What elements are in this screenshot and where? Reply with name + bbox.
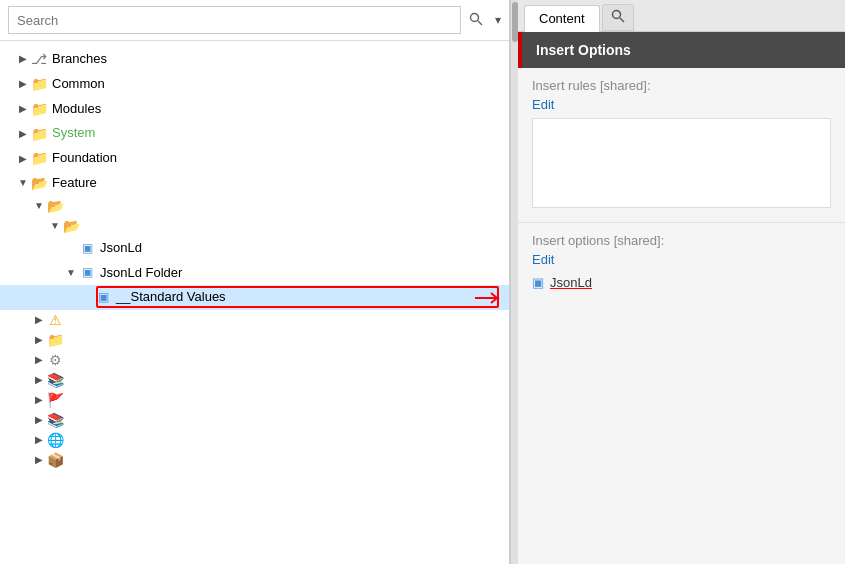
svg-line-3 xyxy=(620,18,624,22)
tree-item-feature[interactable]: ▼ 📂 Feature xyxy=(0,171,509,196)
tree-toggle-gear[interactable]: ▶ xyxy=(32,352,46,368)
tree-item-modules[interactable]: ▶ 📁 Modules xyxy=(0,97,509,122)
feature-sub2-icon: 📂 xyxy=(62,218,80,234)
tree-toggle-branches[interactable]: ▶ xyxy=(16,51,30,67)
tree-item-branches[interactable]: ▶ ⎇ Branches xyxy=(0,47,509,72)
standard-values-icon: ▣ xyxy=(94,290,112,306)
left-panel: ▾ ▶ ⎇ Branches ▶ 📁 Common ▶ 📁 Modules ▶ … xyxy=(0,0,510,564)
tree-toggle-folder2[interactable]: ▶ xyxy=(32,332,46,348)
right-panel: Content Insert Options Insert rules [sha… xyxy=(518,0,845,564)
feature-sub1-icon: 📂 xyxy=(46,198,64,214)
standard-values-wrapper: ▣ __Standard Values xyxy=(0,285,509,310)
insert-rules-content xyxy=(532,118,831,208)
insert-options-shared: [shared]: xyxy=(614,233,665,248)
gear-icon: ⚙ xyxy=(46,352,64,368)
insert-options-section: Insert options [shared]: Edit ▣ JsonLd xyxy=(518,223,845,304)
tree-item-common[interactable]: ▶ 📁 Common xyxy=(0,72,509,97)
foundation-label: Foundation xyxy=(52,148,117,169)
jsonld-label: JsonLd xyxy=(100,238,142,259)
branches-icon: ⎇ xyxy=(30,51,48,67)
book-icon: 📚 xyxy=(46,372,64,388)
tree-item-bookmark[interactable]: ▶ 🚩 xyxy=(0,390,509,410)
tree-toggle-feature[interactable]: ▼ xyxy=(16,175,30,191)
tree-item-standard-values[interactable]: ▣ __Standard Values xyxy=(0,285,509,310)
tree-item-feature-sub2[interactable]: ▼ 📂 xyxy=(0,216,509,236)
insert-rules-shared: [shared]: xyxy=(600,78,651,93)
tree-toggle-feature-sub1[interactable]: ▼ xyxy=(32,198,46,214)
jsonld-folder-label: JsonLd Folder xyxy=(100,263,182,284)
branches-label: Branches xyxy=(52,49,107,70)
tree-toggle-system[interactable]: ▶ xyxy=(16,126,30,142)
tree-item-gear[interactable]: ▶ ⚙ xyxy=(0,350,509,370)
search-icon xyxy=(469,12,483,26)
insert-options-label-title: Insert options [shared]: xyxy=(532,233,831,248)
tree-item-system[interactable]: ▶ 📁 System xyxy=(0,121,509,146)
book2-icon: 📚 xyxy=(46,412,64,428)
system-label: System xyxy=(52,123,95,144)
feature-folder-icon: 📂 xyxy=(30,175,48,191)
insert-rules-label: Insert rules xyxy=(532,78,596,93)
jsonld-template-icon: ▣ xyxy=(78,240,96,256)
tree-item-jsonld-folder[interactable]: ▼ ▣ JsonLd Folder xyxy=(0,261,509,286)
tree-item-box[interactable]: ▶ 📦 xyxy=(0,450,509,470)
tree-toggle-globe[interactable]: ▶ xyxy=(32,432,46,448)
insert-rules-section: Insert rules [shared]: Edit xyxy=(518,68,845,223)
svg-point-2 xyxy=(612,11,620,19)
tree-toggle-jsonld-folder[interactable]: ▼ xyxy=(64,265,78,281)
search-bar: ▾ xyxy=(0,0,509,41)
insert-options-edit-link[interactable]: Edit xyxy=(532,252,831,267)
tree-item-jsonld[interactable]: ▣ JsonLd xyxy=(0,236,509,261)
tree-toggle-modules[interactable]: ▶ xyxy=(16,101,30,117)
right-tabs: Content xyxy=(518,0,845,32)
foundation-folder-icon: 📁 xyxy=(30,151,48,167)
tree-toggle-standard-values xyxy=(80,290,94,306)
svg-point-0 xyxy=(471,13,479,21)
tree-item-foundation[interactable]: ▶ 📁 Foundation xyxy=(0,146,509,171)
search-input[interactable] xyxy=(8,6,461,34)
system-folder-icon: 📁 xyxy=(30,126,48,142)
tree-item-globe[interactable]: ▶ 🌐 xyxy=(0,430,509,450)
insert-options-title: Insert Options xyxy=(536,42,631,58)
insert-options-header: Insert Options xyxy=(518,32,845,68)
common-label: Common xyxy=(52,74,105,95)
standard-values-label: __Standard Values xyxy=(116,287,226,308)
insert-item-jsonld[interactable]: ▣ JsonLd xyxy=(532,275,831,290)
tree-toggle-common[interactable]: ▶ xyxy=(16,76,30,92)
tab-search-icon xyxy=(611,9,625,23)
insert-rules-edit-link[interactable]: Edit xyxy=(532,97,831,112)
svg-line-1 xyxy=(478,21,482,25)
tree-item-book[interactable]: ▶ 📚 xyxy=(0,370,509,390)
warning-icon: ⚠ xyxy=(46,312,64,328)
insert-item-label: JsonLd xyxy=(550,275,592,290)
tree-toggle-book2[interactable]: ▶ xyxy=(32,412,46,428)
insert-rules-title: Insert rules [shared]: xyxy=(532,78,831,93)
tree-container: ▶ ⎇ Branches ▶ 📁 Common ▶ 📁 Modules ▶ 📁 … xyxy=(0,41,509,564)
scrollbar[interactable] xyxy=(510,0,518,564)
dropdown-arrow-icon[interactable]: ▾ xyxy=(495,13,501,27)
tree-toggle-feature-sub2[interactable]: ▼ xyxy=(48,218,62,234)
bookmark-icon: 🚩 xyxy=(46,392,64,408)
tree-toggle-foundation[interactable]: ▶ xyxy=(16,151,30,167)
tree-item-folder2[interactable]: ▶ 📁 xyxy=(0,330,509,350)
tab-content[interactable]: Content xyxy=(524,5,600,32)
modules-label: Modules xyxy=(52,99,101,120)
tree-toggle-box[interactable]: ▶ xyxy=(32,452,46,468)
globe-icon: 🌐 xyxy=(46,432,64,448)
box-icon: 📦 xyxy=(46,452,64,468)
search-button[interactable] xyxy=(467,10,485,31)
modules-folder-icon: 📁 xyxy=(30,101,48,117)
right-content: Insert rules [shared]: Edit Insert optio… xyxy=(518,68,845,564)
tree-toggle-jsonld xyxy=(64,240,78,256)
tree-item-feature-sub1[interactable]: ▼ 📂 xyxy=(0,196,509,216)
folder2-icon: 📁 xyxy=(46,332,64,348)
insert-options-label: Insert options xyxy=(532,233,610,248)
tree-toggle-warning[interactable]: ▶ xyxy=(32,312,46,328)
tree-item-book2[interactable]: ▶ 📚 xyxy=(0,410,509,430)
tree-toggle-book[interactable]: ▶ xyxy=(32,372,46,388)
jsonld-folder-icon: ▣ xyxy=(78,265,96,281)
feature-label: Feature xyxy=(52,173,97,194)
tab-search[interactable] xyxy=(602,4,634,31)
tree-toggle-bookmark[interactable]: ▶ xyxy=(32,392,46,408)
insert-item-icon: ▣ xyxy=(532,275,544,290)
tree-item-warning[interactable]: ▶ ⚠ xyxy=(0,310,509,330)
